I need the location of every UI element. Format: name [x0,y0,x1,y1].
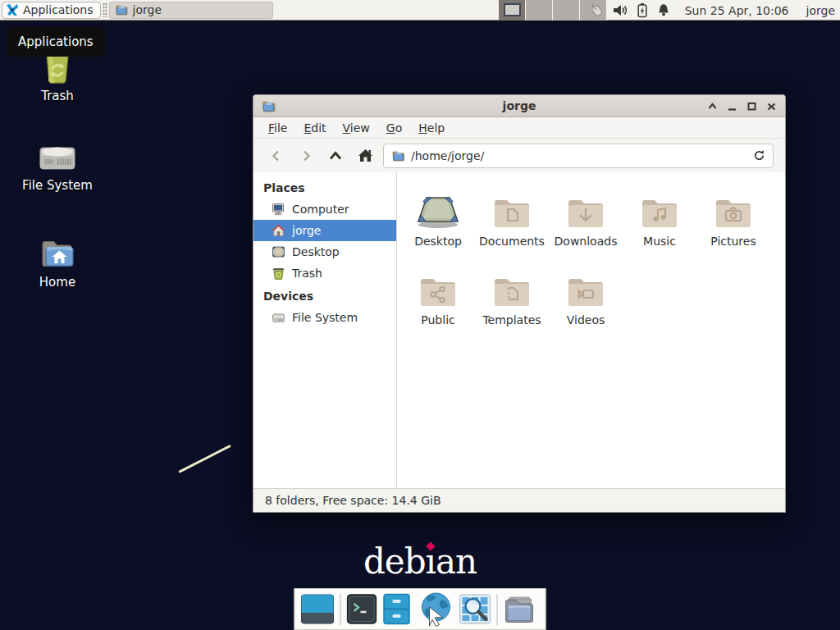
sidebar-item-desktop[interactable]: Desktop [253,241,396,262]
path-input[interactable]: /home/jorge/ [411,149,484,162]
file-item-templates[interactable]: Templates [475,261,549,340]
file-item-music[interactable]: Music [623,182,696,261]
statusbar: 8 folders, Free space: 14.4 GiB [253,488,785,512]
up-button[interactable] [321,144,350,168]
dock-separator [340,594,341,625]
battery-icon[interactable] [636,2,649,18]
file-item-label: Downloads [549,235,623,248]
file-cabinet-icon[interactable] [383,593,411,625]
taskbar-window-label: jorge [133,3,162,16]
minimize-button[interactable] [727,101,737,112]
home-icon [272,224,285,237]
hard-drive-icon [272,312,285,324]
xfce-logo-icon [6,3,19,16]
sidebar-item-file-system[interactable]: File System [253,307,396,328]
folder-videos-icon [566,274,605,308]
dock-panel [294,588,546,630]
sidebar-item-computer[interactable]: Computer [253,199,396,220]
menu-help[interactable]: Help [410,119,453,137]
web-browser-icon[interactable] [417,591,454,627]
menu-view[interactable]: View [335,119,378,137]
home-folder-icon [39,236,76,271]
titlebar[interactable]: jorge [253,95,785,117]
close-button[interactable] [766,101,777,112]
sidebar-item-jorge[interactable]: jorge [253,220,396,241]
dock-separator [497,594,498,625]
path-folder-icon [391,150,405,162]
top-panel: Applications jorge [0,0,840,21]
terminal-icon[interactable] [347,594,377,624]
sidebar-item-trash[interactable]: Trash [253,262,396,284]
workspace-window-preview [504,3,521,16]
show-desktop-icon[interactable] [301,594,335,624]
folder-pictures-icon [714,195,753,230]
menu-file[interactable]: File [260,119,295,137]
path-bar[interactable]: /home/jorge/ [383,144,774,168]
sidebar-item-label: Computer [292,203,349,216]
sidebar: Places Computer jorge [253,172,397,488]
file-item-desktop[interactable]: Desktop [401,182,475,261]
workspace-3[interactable] [553,0,580,21]
computer-icon [272,203,285,216]
home-button[interactable] [350,144,380,168]
mouse-icon[interactable] [588,2,605,18]
menu-go[interactable]: Go [378,119,410,137]
file-item-label: Pictures [696,235,770,248]
file-item-public[interactable]: Public [401,261,475,340]
taskbar-window-button[interactable]: jorge [109,2,273,19]
sidebar-item-label: Trash [292,267,322,280]
desktop-icon-label: Home [15,275,100,290]
file-manager-window: jorge File Edit View Go Help [253,94,786,513]
statusbar-text: 8 folders, Free space: 14.4 GiB [265,494,441,507]
folder-icon[interactable] [504,595,537,624]
window-title: jorge [253,99,785,112]
sidebar-item-label: jorge [292,224,321,237]
menubar: File Edit View Go Help [253,117,785,139]
trash-icon [272,267,285,280]
file-item-label: Public [401,313,475,326]
panel-user-label[interactable]: jorge [806,4,835,17]
shade-button[interactable] [707,101,718,112]
system-tray: Sun 25 Apr, 10:06 jorge [588,0,835,21]
file-grid: Desktop Documents [397,172,785,488]
back-button[interactable] [262,144,291,168]
debian-logo-text: deb [363,541,426,582]
folder-templates-icon [492,274,532,308]
folder-music-icon [640,195,679,230]
file-item-label: Templates [475,313,549,326]
app-finder-icon[interactable] [459,594,491,624]
workspace-1[interactable] [499,0,526,21]
file-item-downloads[interactable]: Downloads [549,182,623,261]
workspace-2[interactable] [526,0,553,21]
file-item-label: Videos [549,313,623,326]
folder-public-icon [418,274,458,308]
clock[interactable]: Sun 25 Apr, 10:06 [685,4,789,17]
reload-button[interactable] [753,149,765,162]
sidebar-item-label: File System [292,311,358,324]
hard-drive-icon [37,139,78,174]
bell-icon[interactable] [656,2,671,18]
sidebar-devices-header: Devices [253,287,396,307]
forward-button[interactable] [291,144,321,168]
desktop-icon [272,245,285,258]
applications-menu-label: Applications [23,3,94,16]
file-item-pictures[interactable]: Pictures [696,182,770,261]
desktop-icon-file-system[interactable]: File System [15,139,100,193]
file-item-documents[interactable]: Documents [475,182,549,261]
desktop-icon-label: Trash [15,89,100,103]
toolbar: /home/jorge/ [253,139,785,172]
desktop-icon-home[interactable]: Home [15,236,100,290]
maximize-button[interactable] [746,101,757,112]
folder-icon [115,4,128,16]
file-item-videos[interactable]: Videos [549,261,623,340]
volume-icon[interactable] [613,3,628,17]
stray-line-artifact [178,445,231,473]
folder-documents-icon [492,195,532,230]
menu-edit[interactable]: Edit [295,119,334,137]
folder-downloads-icon [566,195,605,230]
sidebar-places-header: Places [253,179,396,199]
panel-handle[interactable] [103,2,107,17]
sidebar-item-label: Desktop [292,245,340,258]
applications-menu-button[interactable]: Applications [2,2,101,19]
applications-tooltip: Applications [7,27,105,57]
